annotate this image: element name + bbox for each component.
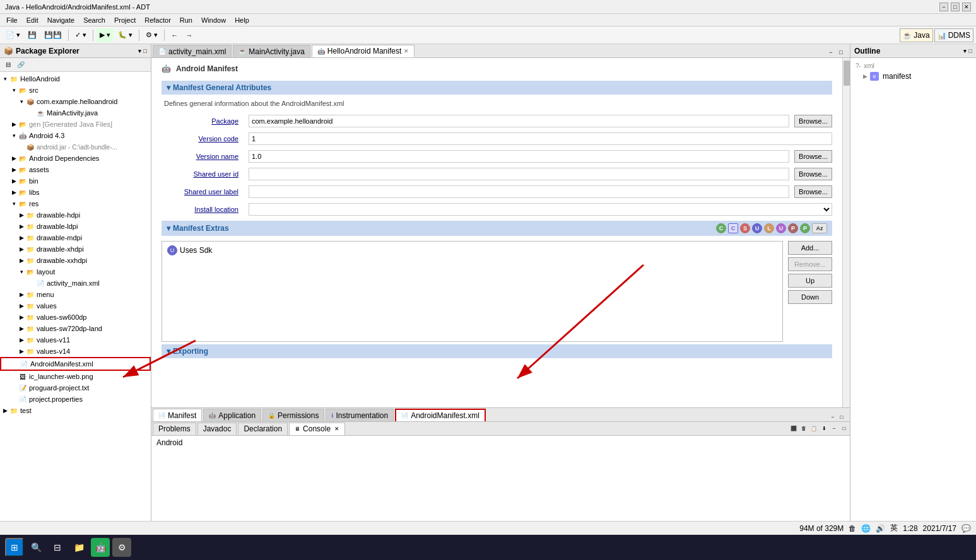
tree-item-mdpi[interactable]: ▶ 📁 drawable-mdpi bbox=[0, 232, 151, 243]
manifest-bottom-tab-xmlfile[interactable]: 📄 AndroidManifest.xml bbox=[395, 409, 486, 421]
tree-item-values[interactable]: ▶ 📁 values bbox=[0, 300, 151, 312]
label-versionname[interactable]: Version name bbox=[162, 153, 244, 160]
toggle-hdpi[interactable]: ▶ bbox=[18, 211, 25, 219]
toggle-mdpi[interactable]: ▶ bbox=[18, 234, 25, 242]
manifest-bottom-tab-application[interactable]: 🤖 Application bbox=[203, 409, 261, 421]
toggle-android43[interactable]: ▾ bbox=[10, 132, 18, 139]
toolbar-saveall[interactable]: 💾💾 bbox=[41, 28, 65, 42]
input-versionname[interactable] bbox=[249, 150, 789, 163]
editor-tab-activityxml[interactable]: 📄 activity_main.xml bbox=[153, 45, 232, 57]
menu-search[interactable]: Search bbox=[79, 15, 109, 25]
tree-item-xxhdpi[interactable]: ▶ 📁 drawable-xxhdpi bbox=[0, 255, 151, 266]
maximize-button[interactable]: □ bbox=[951, 3, 960, 11]
tree-item-values-v14[interactable]: ▶ 📁 values-v14 bbox=[0, 346, 151, 357]
tree-item-ldpi[interactable]: ▶ 📁 drawable-ldpi bbox=[0, 221, 151, 232]
menu-project[interactable]: Project bbox=[110, 15, 139, 25]
toolbar-debug[interactable]: 🐛 ▾ bbox=[115, 28, 136, 42]
outline-min[interactable]: □ bbox=[969, 48, 972, 54]
input-shareduserid[interactable] bbox=[249, 168, 789, 180]
toggle-deps[interactable]: ▶ bbox=[10, 155, 18, 162]
toggle-v11[interactable]: ▶ bbox=[18, 336, 25, 344]
toggle-ldpi[interactable]: ▶ bbox=[18, 223, 25, 230]
uses-sdk-item[interactable]: U Uses Sdk bbox=[165, 244, 780, 257]
tree-item-proguard[interactable]: ▶ 📝 proguard-project.txt bbox=[0, 382, 151, 394]
remove-btn[interactable]: Remove... bbox=[788, 257, 832, 271]
menu-edit[interactable]: Edit bbox=[23, 15, 42, 25]
extras-list[interactable]: U Uses Sdk bbox=[162, 241, 783, 342]
section-exporting-header[interactable]: ▾ Exporting bbox=[162, 344, 832, 358]
taskbar-search[interactable]: 🔍 bbox=[26, 538, 45, 557]
toggle-gen[interactable]: ▶ bbox=[10, 120, 18, 128]
tree-item-projectprops[interactable]: ▶ 📄 project.properties bbox=[0, 394, 151, 405]
panel-menu-icon[interactable]: ▾ bbox=[138, 48, 141, 54]
toggle-xhdpi[interactable]: ▶ bbox=[18, 245, 25, 253]
manifest-tab-close[interactable]: ✕ bbox=[404, 48, 409, 54]
extras-icon-p1[interactable]: P bbox=[788, 223, 798, 233]
console-tab-declaration[interactable]: Declaration bbox=[238, 423, 288, 435]
outline-item-xml[interactable]: ?- xml bbox=[853, 61, 973, 71]
input-versioncode[interactable] bbox=[249, 132, 832, 145]
toggle-helloandroid[interactable]: ▾ bbox=[1, 75, 9, 83]
section-general-header[interactable]: ▾ Manifest General Attributes bbox=[162, 81, 832, 95]
extras-icon-s[interactable]: S bbox=[740, 223, 750, 233]
memory-indicator[interactable]: 94M of 329M bbox=[799, 524, 844, 533]
tree-item-menu[interactable]: ▶ 📁 menu bbox=[0, 289, 151, 300]
taskbar-extra[interactable]: ⚙ bbox=[112, 538, 131, 557]
toolbar-check[interactable]: ✓ ▾ bbox=[72, 28, 90, 42]
tree-item-assets[interactable]: ▶ 📂 assets bbox=[0, 164, 151, 175]
scrollbar-thumb[interactable] bbox=[844, 61, 850, 86]
toolbar-java[interactable]: ☕ Java bbox=[900, 28, 932, 42]
tree-item-hdpi[interactable]: ▶ 📁 drawable-hdpi bbox=[0, 209, 151, 221]
gc-icon[interactable]: 🗑 bbox=[849, 524, 856, 533]
close-button[interactable]: ✕ bbox=[962, 3, 971, 11]
start-button[interactable]: ⊞ bbox=[5, 538, 24, 557]
browse-shareduserid[interactable]: Browse... bbox=[794, 168, 832, 180]
toggle-assets[interactable]: ▶ bbox=[10, 166, 18, 173]
toolbar-run[interactable]: ▶ ▾ bbox=[97, 28, 114, 42]
toolbar-nav-back[interactable]: ← bbox=[168, 28, 181, 42]
label-shareduserlabel[interactable]: Shared user label bbox=[162, 188, 244, 195]
input-package[interactable] bbox=[249, 115, 789, 127]
editor-scrollbar[interactable] bbox=[842, 58, 850, 407]
tree-item-src[interactable]: ▾ 📂 src bbox=[0, 85, 151, 96]
console-toolbar-btn2[interactable]: 🗑 bbox=[799, 424, 808, 433]
extras-icon-p2[interactable]: P bbox=[800, 223, 810, 233]
toolbar-save[interactable]: 💾 bbox=[25, 28, 40, 42]
extras-icon-c2[interactable]: C bbox=[728, 223, 738, 233]
section-extras-header[interactable]: ▾ Manifest Extras C C S U L U P P bbox=[162, 221, 832, 236]
toolbar-new[interactable]: 📄 ▾ bbox=[3, 28, 23, 42]
extras-icon-u1[interactable]: U bbox=[752, 223, 762, 233]
browse-shareduserlabel[interactable]: Browse... bbox=[794, 185, 832, 198]
manifest-bottom-tab-instrumentation[interactable]: ℹ Instrumentation bbox=[326, 409, 394, 421]
taskbar-explorer[interactable]: 📁 bbox=[69, 538, 88, 557]
tree-item-test[interactable]: ▶ 📁 test bbox=[0, 405, 151, 416]
label-installlocation[interactable]: Install location bbox=[162, 206, 244, 213]
manifest-bottom-tab-permissions[interactable]: 🔒 Permissions bbox=[262, 409, 324, 421]
toolbar-adt[interactable]: ⚙ ▾ bbox=[143, 28, 161, 42]
toggle-sw720[interactable]: ▶ bbox=[18, 325, 25, 332]
editor-tab-manifest[interactable]: 🤖 HelloAndroid Manifest ✕ bbox=[312, 45, 415, 57]
outline-menu[interactable]: ▾ bbox=[963, 48, 967, 54]
toggle-com[interactable]: ▾ bbox=[18, 98, 25, 105]
menu-window[interactable]: Window bbox=[197, 15, 230, 25]
bottom-min-btn[interactable]: − bbox=[828, 412, 837, 421]
console-max-btn[interactable]: □ bbox=[840, 424, 849, 433]
label-versioncode[interactable]: Version code bbox=[162, 135, 244, 143]
tree-item-gen[interactable]: ▶ 📂 gen [Generated Java Files] bbox=[0, 119, 151, 130]
browse-versionname[interactable]: Browse... bbox=[794, 150, 832, 163]
toggle-bin[interactable]: ▶ bbox=[10, 177, 18, 185]
toggle-xxhdpi[interactable]: ▶ bbox=[18, 257, 25, 264]
toggle-libs[interactable]: ▶ bbox=[10, 189, 18, 196]
toolbar-nav-forward[interactable]: → bbox=[182, 28, 196, 42]
tree-item-com[interactable]: ▾ 📦 com.example.helloandroid bbox=[0, 96, 151, 107]
toggle-menu[interactable]: ▶ bbox=[18, 291, 25, 298]
editor-minimize-btn[interactable]: − bbox=[826, 47, 836, 57]
browse-package[interactable]: Browse... bbox=[794, 115, 832, 127]
toggle-layout[interactable]: ▾ bbox=[18, 268, 25, 276]
section-general-toggle[interactable]: ▾ bbox=[167, 83, 170, 92]
tree-item-values-sw600[interactable]: ▶ 📁 values-sw600dp bbox=[0, 312, 151, 323]
tree-item-android43[interactable]: ▾ 🤖 Android 4.3 bbox=[0, 130, 151, 141]
console-tab-javadoc[interactable]: Javadoc bbox=[197, 423, 237, 435]
tree-item-res[interactable]: ▾ 📂 res bbox=[0, 198, 151, 209]
console-toolbar-btn1[interactable]: ⬛ bbox=[789, 424, 798, 433]
